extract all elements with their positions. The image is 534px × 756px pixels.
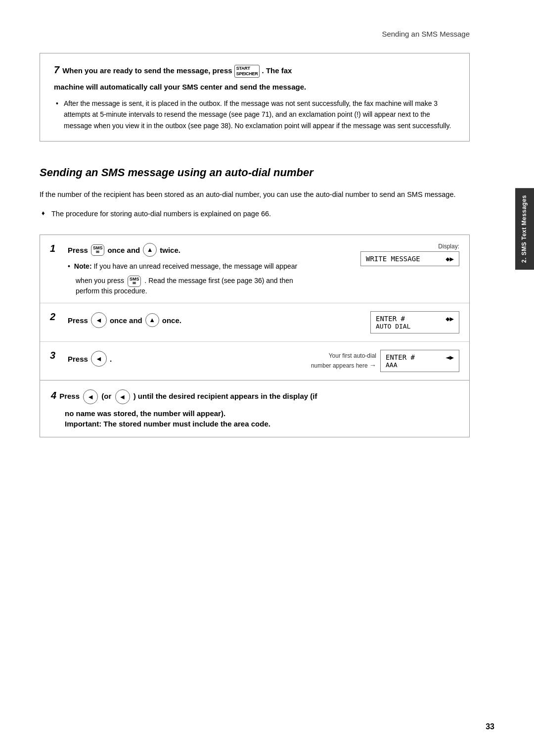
step7-title: 7 When you are ready to send the message… <box>54 64 455 78</box>
display-auto-dial: AUTO DIAL <box>376 323 454 330</box>
display-label: Display: <box>360 243 459 250</box>
display-arrow3: ◄▶ <box>445 353 454 361</box>
step-row: 3 Press ◄ . Your first auto-dialnumber a… <box>40 342 469 380</box>
display-enter2: ENTER # ◄▶ <box>386 353 454 361</box>
display-write-message: WRITE MESSAGE ◆▶ <box>366 255 454 263</box>
step1-left: Press SMS ✉ once and ▲ twice. • Note: <box>68 243 297 294</box>
step-row: 1 Press SMS ✉ once and ▲ twice. <box>40 235 469 303</box>
nav-up-icon: ▲ <box>143 243 157 257</box>
step3-main-line: Press ◄ . <box>68 351 112 367</box>
step3-number: 3 <box>50 350 64 361</box>
step4-box: 4 Press ◄ (or ◄ ) until the desired reci… <box>40 380 470 437</box>
step3-display: ENTER # ◄▶ AAA <box>380 350 459 372</box>
step1-content: Press SMS ✉ once and ▲ twice. • Note: <box>68 243 459 294</box>
step1-note2: when you press SMS ✉ . Read the message … <box>68 275 297 287</box>
arrow-left-icon: ◄ <box>91 312 107 328</box>
step4-sub1: no name was stored, the number will appe… <box>51 409 458 418</box>
display-arrow: ◆▶ <box>445 255 454 263</box>
step7-box: 7 When you are ready to send the message… <box>40 53 470 142</box>
page-header: Sending an SMS Message <box>40 30 494 38</box>
step-row: 2 Press ◄ once and ▲ once. ENTER # ◆▶ <box>40 303 469 342</box>
section-intro: If the number of the recipient has been … <box>40 189 470 200</box>
section-title: Sending an SMS message using an auto-dia… <box>40 166 470 179</box>
arrow-left-icon3: ◄ <box>83 389 98 404</box>
step7-number: 7 <box>54 64 59 76</box>
arrow-left-icon2: ◄ <box>91 351 107 367</box>
display-enter: ENTER # ◆▶ <box>376 315 454 323</box>
step1-main-line: Press SMS ✉ once and ▲ twice. <box>68 243 297 257</box>
sms-button-icon: SMS ✉ <box>91 244 105 256</box>
step1-number: 1 <box>50 243 64 254</box>
section-bullet: The procedure for storing auto-dial numb… <box>40 208 470 220</box>
step7-bullet: After the message is sent, it is placed … <box>54 98 455 131</box>
step4-number: 4 <box>51 390 56 401</box>
step4-sub2: Important: The stored number must includ… <box>51 420 458 428</box>
step7-subtitle: machine will automatically call your SMS… <box>54 83 455 91</box>
step4-content: Press ◄ (or ◄ ) until the desired recipi… <box>59 389 317 404</box>
step1-note: • Note: If you have an unread received m… <box>68 261 297 272</box>
sms-button-icon2: SMS ✉ <box>128 276 141 287</box>
steps-area: 1 Press SMS ✉ once and ▲ twice. <box>40 235 470 380</box>
arrow-left-icon4: ◄ <box>115 389 130 404</box>
nav-up-icon2: ▲ <box>145 313 159 327</box>
step7-title-text: When you are ready to send the message, … <box>62 65 292 78</box>
page-number: 33 <box>486 722 494 731</box>
step3-right: Your first auto-dialnumber appears here … <box>311 350 459 372</box>
display-aaa: AAA <box>386 361 454 369</box>
step3-content: Press ◄ . Your first auto-dialnumber app… <box>68 350 459 372</box>
step1-display: WRITE MESSAGE ◆▶ <box>360 251 459 266</box>
step2-display: ENTER # ◆▶ AUTO DIAL <box>370 311 459 333</box>
side-tab: 2. SMS Text Messages <box>515 188 534 270</box>
startspeicher-button: STARTSPEICHER <box>234 65 260 78</box>
step1-note3: perform this procedure. <box>68 287 297 295</box>
page: 2. SMS Text Messages Sending an SMS Mess… <box>0 0 534 756</box>
step2-main-line: Press ◄ once and ▲ once. <box>68 312 181 328</box>
step2-content: Press ◄ once and ▲ once. ENTER # ◆▶ AUTO… <box>68 311 459 333</box>
display-arrow2: ◆▶ <box>445 315 454 323</box>
auto-dial-note: Your first auto-dialnumber appears here … <box>311 351 376 371</box>
step1-display-area: Display: WRITE MESSAGE ◆▶ <box>360 243 459 266</box>
step2-number: 2 <box>50 311 64 323</box>
step4-title: 4 Press ◄ (or ◄ ) until the desired reci… <box>51 389 458 404</box>
